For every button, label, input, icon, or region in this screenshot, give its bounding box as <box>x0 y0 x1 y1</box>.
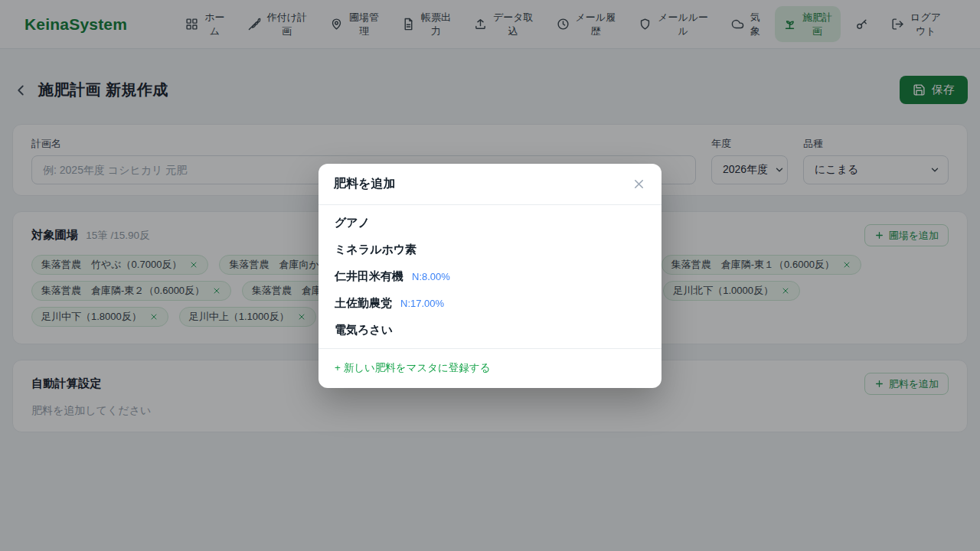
fertilizer-option[interactable]: 仁井田米有機N:8.00% <box>318 263 662 290</box>
fertilizer-n-value: N:17.00% <box>400 298 444 309</box>
modal-header: 肥料を追加 <box>318 164 662 205</box>
fertilizer-option-list: グアノミネラルホウ素仁井田米有機N:8.00%土佐勤農党N:17.00%電気ろさ… <box>318 205 662 348</box>
modal-title: 肥料を追加 <box>334 176 395 192</box>
fertilizer-name: 土佐勤農党 <box>335 296 392 311</box>
fertilizer-name: ミネラルホウ素 <box>335 243 416 257</box>
fertilizer-option[interactable]: 電気ろさい <box>318 317 662 344</box>
fertilizer-n-value: N:8.00% <box>412 271 450 282</box>
fertilizer-option[interactable]: 土佐勤農党N:17.00% <box>318 290 662 317</box>
fertilizer-name: グアノ <box>335 216 370 230</box>
close-icon[interactable] <box>632 177 646 191</box>
add-fertilizer-modal: 肥料を追加 グアノミネラルホウ素仁井田米有機N:8.00%土佐勤農党N:17.0… <box>318 164 662 388</box>
fertilizer-option[interactable]: グアノ <box>318 210 662 236</box>
fertilizer-option[interactable]: ミネラルホウ素 <box>318 236 662 263</box>
register-new-fertilizer-link[interactable]: + 新しい肥料をマスタに登録する <box>335 362 490 373</box>
modal-footer: + 新しい肥料をマスタに登録する <box>318 348 662 388</box>
fertilizer-name: 電気ろさい <box>335 323 393 337</box>
modal-overlay[interactable]: 肥料を追加 グアノミネラルホウ素仁井田米有機N:8.00%土佐勤農党N:17.0… <box>0 0 980 551</box>
fertilizer-name: 仁井田米有機 <box>335 269 403 284</box>
